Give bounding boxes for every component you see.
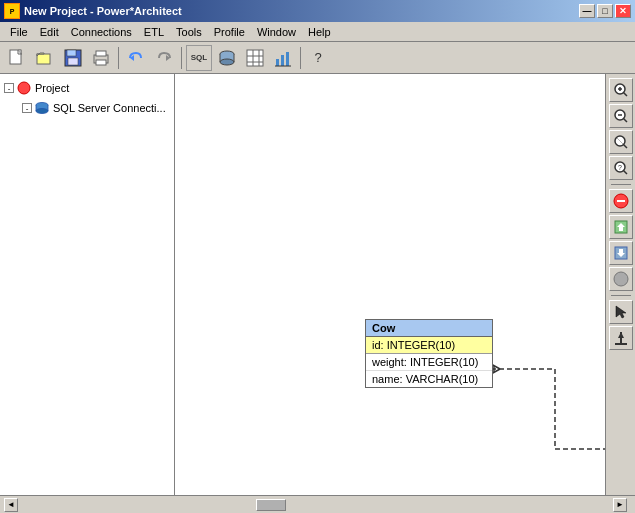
tree-label-project: Project: [35, 82, 69, 94]
right-tools-panel: ?: [605, 74, 635, 495]
menu-file[interactable]: File: [4, 24, 34, 40]
canvas-area[interactable]: Cow id: INTEGER(10) weight: INTEGER(10) …: [175, 74, 605, 495]
zoom-in-button[interactable]: [609, 78, 633, 102]
toolbar-new-button[interactable]: [4, 45, 30, 71]
close-button[interactable]: ✕: [615, 4, 631, 18]
minimize-button[interactable]: —: [579, 4, 595, 18]
db-icon: [34, 100, 50, 116]
svg-point-28: [36, 109, 48, 114]
export-button[interactable]: [609, 215, 633, 239]
svg-rect-4: [67, 50, 76, 56]
menu-tools[interactable]: Tools: [170, 24, 208, 40]
er-table-cow[interactable]: Cow id: INTEGER(10) weight: INTEGER(10) …: [365, 319, 493, 388]
menu-window[interactable]: Window: [251, 24, 302, 40]
toolbar-sql-button[interactable]: SQL: [186, 45, 212, 71]
status-bar: ◄ ►: [0, 495, 635, 513]
svg-rect-22: [281, 55, 284, 66]
project-icon: [16, 80, 32, 96]
tree-expand-project[interactable]: -: [4, 83, 14, 93]
svg-rect-2: [37, 54, 50, 64]
cursor-button[interactable]: [609, 300, 633, 324]
svg-rect-8: [96, 60, 106, 65]
project-tree: - Project - SQL Server Connecti...: [0, 74, 175, 495]
svg-rect-21: [276, 59, 279, 66]
toolbar-sep1: [118, 47, 119, 69]
svg-rect-7: [96, 51, 106, 56]
zoom-fit-button[interactable]: [609, 130, 633, 154]
import-button[interactable]: [609, 241, 633, 265]
er-table-cow-header: Cow: [366, 320, 492, 337]
zoom-out-button[interactable]: [609, 104, 633, 128]
tree-label-sqlserver: SQL Server Connecti...: [53, 102, 166, 114]
main-content: - Project - SQL Server Connecti...: [0, 74, 635, 495]
toolbar-grid-button[interactable]: [242, 45, 268, 71]
toolbar-help-button[interactable]: ?: [305, 45, 331, 71]
svg-rect-23: [286, 52, 289, 66]
scroll-right-button[interactable]: ►: [613, 498, 627, 512]
er-table-cow-pk-id: id: INTEGER(10): [366, 337, 492, 354]
tree-item-sqlserver[interactable]: - SQL Server Connecti...: [4, 98, 170, 118]
svg-text:?: ?: [618, 164, 622, 171]
menu-connections[interactable]: Connections: [65, 24, 138, 40]
insert-button[interactable]: [609, 326, 633, 350]
zoom-select-button[interactable]: ?: [609, 156, 633, 180]
green-circle-button[interactable]: [609, 267, 633, 291]
maximize-button[interactable]: □: [597, 4, 613, 18]
tree-item-project[interactable]: - Project: [4, 78, 170, 98]
scroll-left-button[interactable]: ◄: [4, 498, 18, 512]
toolbar-undo-button[interactable]: [123, 45, 149, 71]
window-controls: — □ ✕: [579, 4, 631, 18]
scroll-thumb[interactable]: [256, 499, 286, 511]
er-table-cow-field-weight: weight: INTEGER(10): [366, 354, 492, 371]
svg-marker-58: [616, 306, 626, 318]
toolbar-print-button[interactable]: [88, 45, 114, 71]
toolbar-open-button[interactable]: [32, 45, 58, 71]
svg-line-41: [623, 93, 627, 97]
menu-help[interactable]: Help: [302, 24, 337, 40]
menu-bar: File Edit Connections ETL Tools Profile …: [0, 22, 635, 42]
svg-point-57: [614, 272, 628, 286]
svg-point-25: [18, 82, 30, 94]
toolbar-db-button[interactable]: [214, 45, 240, 71]
toolbar-save-button[interactable]: [60, 45, 86, 71]
right-sep1: [611, 184, 631, 185]
menu-edit[interactable]: Edit: [34, 24, 65, 40]
svg-point-13: [220, 59, 234, 65]
toolbar-sep3: [300, 47, 301, 69]
er-table-cow-field-name: name: VARCHAR(10): [366, 371, 492, 387]
menu-profile[interactable]: Profile: [208, 24, 251, 40]
window-title: New Project - Power*Architect: [24, 5, 579, 17]
svg-marker-61: [618, 332, 624, 338]
svg-line-46: [623, 145, 627, 149]
remove-button[interactable]: [609, 189, 633, 213]
er-table-cow-fields: weight: INTEGER(10) name: VARCHAR(10): [366, 354, 492, 387]
svg-rect-5: [68, 58, 78, 65]
toolbar-chart-button[interactable]: [270, 45, 296, 71]
toolbar-sep2: [181, 47, 182, 69]
toolbar: SQL ?: [0, 42, 635, 74]
svg-rect-16: [247, 50, 263, 66]
svg-line-44: [623, 119, 627, 123]
tree-expand-sqlserver[interactable]: -: [22, 103, 32, 113]
right-sep2: [611, 295, 631, 296]
scroll-track[interactable]: [18, 499, 613, 511]
menu-etl[interactable]: ETL: [138, 24, 170, 40]
title-bar: P New Project - Power*Architect — □ ✕: [0, 0, 635, 22]
relationship-lines: [175, 74, 605, 495]
svg-line-49: [623, 171, 627, 175]
app-icon: P: [4, 3, 20, 19]
toolbar-redo-button[interactable]: [151, 45, 177, 71]
